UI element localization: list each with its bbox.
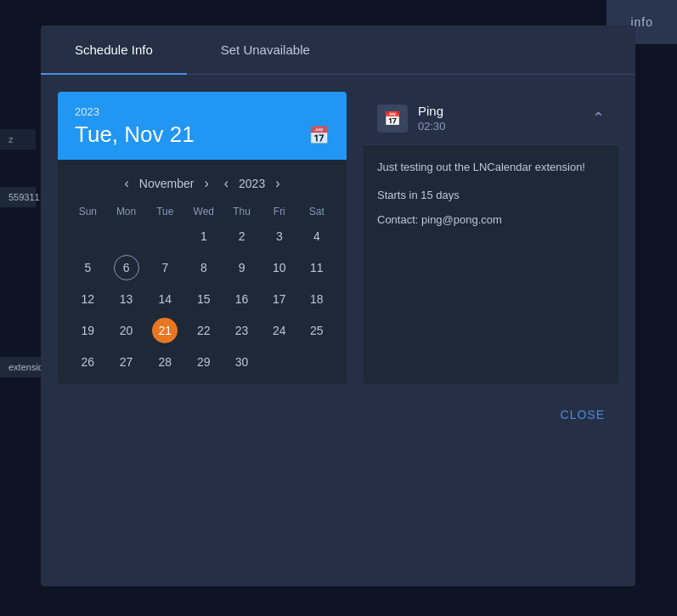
modal: Schedule Info Set Unavailable 2023 Tue, … <box>41 25 635 586</box>
calendar-day <box>70 224 106 248</box>
calendar-day[interactable]: 3 <box>262 224 297 248</box>
sidebar-item-z: z <box>0 129 36 150</box>
event-title-block: Ping 02:30 <box>418 104 446 133</box>
calendar-day[interactable]: 23 <box>223 313 260 348</box>
event-contact: Contact: ping@pong.com <box>377 213 605 226</box>
tab-bar: Schedule Info Set Unavailable <box>41 25 635 75</box>
calendar-selected-date: Tue, Nov 21 📅 <box>75 122 330 148</box>
calendar-day[interactable]: 1 <box>185 224 222 248</box>
calendar-day[interactable]: 9 <box>223 250 260 285</box>
event-time: 02:30 <box>418 120 446 133</box>
calendar-panel: 2023 Tue, Nov 21 📅 ‹ November › ‹ 2023 › <box>58 92 347 384</box>
event-panel: 📅 Ping 02:30 ⌃ Just testing out the LNCa… <box>364 92 618 384</box>
month-navigation: ‹ November › ‹ 2023 › <box>68 168 336 199</box>
event-header: 📅 Ping 02:30 ⌃ <box>364 92 618 145</box>
calendar-day[interactable]: 20 <box>108 313 145 348</box>
col-mon: Mon <box>108 201 145 223</box>
col-thu: Thu <box>223 201 260 223</box>
col-fri: Fri <box>262 201 297 223</box>
calendar-day[interactable]: 2 <box>223 224 260 248</box>
collapse-event-button[interactable]: ⌃ <box>592 109 605 127</box>
calendar-day[interactable]: 16 <box>223 287 260 311</box>
calendar-day[interactable]: 27 <box>108 350 145 374</box>
tab-set-unavailable[interactable]: Set Unavailable <box>187 25 344 74</box>
modal-content: 2023 Tue, Nov 21 📅 ‹ November › ‹ 2023 › <box>41 92 635 384</box>
calendar-day[interactable]: 22 <box>185 313 222 348</box>
sidebar-item-id: 55931117 <box>0 187 36 207</box>
calendar-day[interactable]: 15 <box>185 287 222 311</box>
col-tue: Tue <box>146 201 183 223</box>
calendar-day <box>108 224 145 248</box>
prev-year-button[interactable]: ‹ <box>219 175 234 192</box>
calendar-day[interactable]: 5 <box>70 250 106 285</box>
calendar-day <box>146 224 183 248</box>
calendar-day[interactable]: 13 <box>108 287 145 311</box>
calendar-day[interactable]: 11 <box>299 250 335 285</box>
calendar-day[interactable]: 10 <box>262 250 297 285</box>
month-label: November <box>139 177 195 190</box>
calendar-day[interactable]: 8 <box>185 250 222 285</box>
tab-schedule-info[interactable]: Schedule Info <box>41 25 187 74</box>
next-year-button[interactable]: › <box>270 175 285 192</box>
calendar-day <box>262 350 297 374</box>
calendar-date-icon: 📅 <box>308 125 330 145</box>
calendar-body: ‹ November › ‹ 2023 › Sun Mon Tue Wed <box>58 160 347 384</box>
event-header-left: 📅 Ping 02:30 <box>377 104 446 133</box>
calendar-day[interactable]: 19 <box>70 313 106 348</box>
prev-month-button[interactable]: ‹ <box>119 175 133 192</box>
calendar-day[interactable]: 29 <box>185 350 222 374</box>
col-sun: Sun <box>70 201 106 223</box>
modal-footer: CLOSE <box>41 384 635 428</box>
calendar-day[interactable]: 12 <box>70 287 106 311</box>
next-month-button[interactable]: › <box>199 175 213 192</box>
calendar-day[interactable]: 17 <box>262 287 297 311</box>
event-body: Just testing out the LNCalendar extensio… <box>364 145 618 240</box>
calendar-day[interactable]: 28 <box>146 350 183 374</box>
year-label: 2023 <box>239 177 265 190</box>
calendar-day[interactable]: 4 <box>299 224 335 248</box>
event-starts-in: Starts in 15 days <box>377 189 605 201</box>
col-wed: Wed <box>185 201 222 223</box>
calendar-day[interactable]: 14 <box>146 287 183 311</box>
calendar-day <box>299 350 335 374</box>
calendar-day[interactable]: 18 <box>299 287 335 311</box>
calendar-day[interactable]: 30 <box>223 350 260 374</box>
calendar-day[interactable]: 6 <box>108 250 145 285</box>
calendar-day[interactable]: 21 <box>146 313 183 348</box>
event-calendar-icon: 📅 <box>377 105 408 133</box>
calendar-year: 2023 <box>75 105 330 118</box>
calendar-day[interactable]: 25 <box>299 313 335 348</box>
calendar-grid: Sun Mon Tue Wed Thu Fri Sat 123456789101… <box>68 199 336 376</box>
calendar-header: 2023 Tue, Nov 21 📅 <box>58 92 347 160</box>
event-description: Just testing out the LNCalendar extensio… <box>377 159 605 177</box>
calendar-day[interactable]: 24 <box>262 313 297 348</box>
close-button[interactable]: CLOSE <box>550 401 615 428</box>
col-sat: Sat <box>299 201 335 223</box>
calendar-day[interactable]: 26 <box>70 350 106 374</box>
calendar-day[interactable]: 7 <box>146 250 183 285</box>
event-title: Ping <box>418 104 446 118</box>
